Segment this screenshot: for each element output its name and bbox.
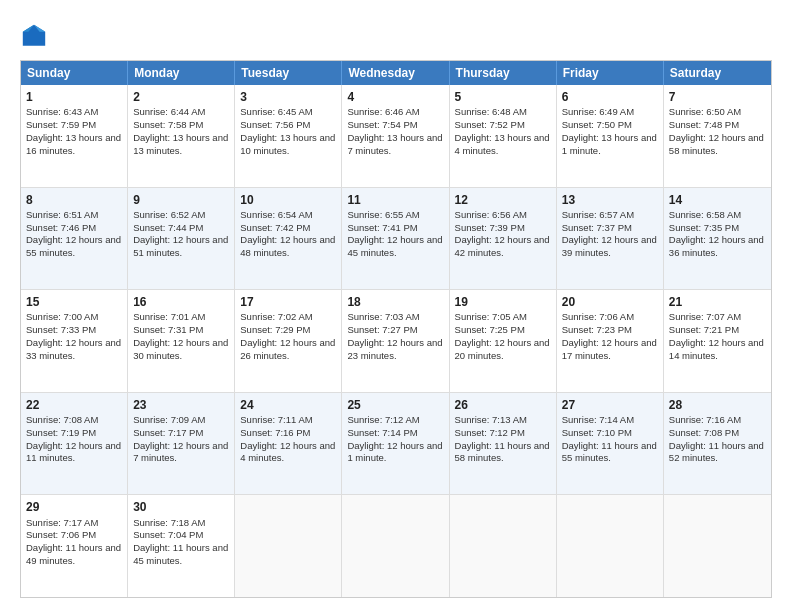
day-number: 5 <box>455 89 551 105</box>
day-cell-26: 26Sunrise: 7:13 AMSunset: 7:12 PMDayligh… <box>450 393 557 495</box>
day-number: 10 <box>240 192 336 208</box>
sunset: Sunset: 7:06 PM <box>26 529 96 540</box>
daylight: Daylight: 12 hours and 14 minutes. <box>669 337 764 361</box>
day-cell-19: 19Sunrise: 7:05 AMSunset: 7:25 PMDayligh… <box>450 290 557 392</box>
day-number: 3 <box>240 89 336 105</box>
daylight: Daylight: 12 hours and 55 minutes. <box>26 234 121 258</box>
sunset: Sunset: 7:23 PM <box>562 324 632 335</box>
sunrise: Sunrise: 6:57 AM <box>562 209 634 220</box>
sunrise: Sunrise: 7:06 AM <box>562 311 634 322</box>
day-cell-20: 20Sunrise: 7:06 AMSunset: 7:23 PMDayligh… <box>557 290 664 392</box>
sunset: Sunset: 7:46 PM <box>26 222 96 233</box>
sunrise: Sunrise: 6:56 AM <box>455 209 527 220</box>
daylight: Daylight: 13 hours and 7 minutes. <box>347 132 442 156</box>
daylight: Daylight: 12 hours and 26 minutes. <box>240 337 335 361</box>
calendar-week-2: 8Sunrise: 6:51 AMSunset: 7:46 PMDaylight… <box>21 187 771 290</box>
day-number: 7 <box>669 89 766 105</box>
day-number: 8 <box>26 192 122 208</box>
daylight: Daylight: 11 hours and 45 minutes. <box>133 542 228 566</box>
sunrise: Sunrise: 7:03 AM <box>347 311 419 322</box>
day-cell-17: 17Sunrise: 7:02 AMSunset: 7:29 PMDayligh… <box>235 290 342 392</box>
day-cell-1: 1Sunrise: 6:43 AMSunset: 7:59 PMDaylight… <box>21 85 128 187</box>
day-number: 26 <box>455 397 551 413</box>
day-number: 17 <box>240 294 336 310</box>
day-cell-21: 21Sunrise: 7:07 AMSunset: 7:21 PMDayligh… <box>664 290 771 392</box>
sunset: Sunset: 7:37 PM <box>562 222 632 233</box>
empty-cell <box>342 495 449 597</box>
logo <box>20 22 52 50</box>
calendar: SundayMondayTuesdayWednesdayThursdayFrid… <box>20 60 772 598</box>
sunrise: Sunrise: 6:43 AM <box>26 106 98 117</box>
daylight: Daylight: 11 hours and 49 minutes. <box>26 542 121 566</box>
day-number: 18 <box>347 294 443 310</box>
day-cell-12: 12Sunrise: 6:56 AMSunset: 7:39 PMDayligh… <box>450 188 557 290</box>
day-number: 16 <box>133 294 229 310</box>
daylight: Daylight: 12 hours and 36 minutes. <box>669 234 764 258</box>
day-number: 4 <box>347 89 443 105</box>
day-number: 25 <box>347 397 443 413</box>
day-cell-29: 29Sunrise: 7:17 AMSunset: 7:06 PMDayligh… <box>21 495 128 597</box>
sunset: Sunset: 7:39 PM <box>455 222 525 233</box>
sunset: Sunset: 7:27 PM <box>347 324 417 335</box>
sunrise: Sunrise: 7:02 AM <box>240 311 312 322</box>
daylight: Daylight: 12 hours and 39 minutes. <box>562 234 657 258</box>
day-number: 15 <box>26 294 122 310</box>
sunrise: Sunrise: 7:18 AM <box>133 517 205 528</box>
sunset: Sunset: 7:33 PM <box>26 324 96 335</box>
daylight: Daylight: 12 hours and 17 minutes. <box>562 337 657 361</box>
sunrise: Sunrise: 6:55 AM <box>347 209 419 220</box>
daylight: Daylight: 12 hours and 33 minutes. <box>26 337 121 361</box>
day-cell-14: 14Sunrise: 6:58 AMSunset: 7:35 PMDayligh… <box>664 188 771 290</box>
day-cell-13: 13Sunrise: 6:57 AMSunset: 7:37 PMDayligh… <box>557 188 664 290</box>
day-cell-9: 9Sunrise: 6:52 AMSunset: 7:44 PMDaylight… <box>128 188 235 290</box>
sunrise: Sunrise: 6:45 AM <box>240 106 312 117</box>
sunrise: Sunrise: 7:09 AM <box>133 414 205 425</box>
sunset: Sunset: 7:56 PM <box>240 119 310 130</box>
day-cell-3: 3Sunrise: 6:45 AMSunset: 7:56 PMDaylight… <box>235 85 342 187</box>
calendar-week-3: 15Sunrise: 7:00 AMSunset: 7:33 PMDayligh… <box>21 289 771 392</box>
day-number: 6 <box>562 89 658 105</box>
day-cell-22: 22Sunrise: 7:08 AMSunset: 7:19 PMDayligh… <box>21 393 128 495</box>
day-cell-15: 15Sunrise: 7:00 AMSunset: 7:33 PMDayligh… <box>21 290 128 392</box>
day-cell-8: 8Sunrise: 6:51 AMSunset: 7:46 PMDaylight… <box>21 188 128 290</box>
sunset: Sunset: 7:52 PM <box>455 119 525 130</box>
day-number: 11 <box>347 192 443 208</box>
sunset: Sunset: 7:19 PM <box>26 427 96 438</box>
sunset: Sunset: 7:21 PM <box>669 324 739 335</box>
daylight: Daylight: 12 hours and 30 minutes. <box>133 337 228 361</box>
daylight: Daylight: 12 hours and 11 minutes. <box>26 440 121 464</box>
sunrise: Sunrise: 7:01 AM <box>133 311 205 322</box>
calendar-header: SundayMondayTuesdayWednesdayThursdayFrid… <box>21 61 771 85</box>
day-number: 13 <box>562 192 658 208</box>
day-cell-5: 5Sunrise: 6:48 AMSunset: 7:52 PMDaylight… <box>450 85 557 187</box>
daylight: Daylight: 12 hours and 42 minutes. <box>455 234 550 258</box>
header-day-sunday: Sunday <box>21 61 128 85</box>
calendar-week-1: 1Sunrise: 6:43 AMSunset: 7:59 PMDaylight… <box>21 85 771 187</box>
sunrise: Sunrise: 6:54 AM <box>240 209 312 220</box>
day-cell-16: 16Sunrise: 7:01 AMSunset: 7:31 PMDayligh… <box>128 290 235 392</box>
sunrise: Sunrise: 6:58 AM <box>669 209 741 220</box>
empty-cell <box>235 495 342 597</box>
daylight: Daylight: 13 hours and 10 minutes. <box>240 132 335 156</box>
day-cell-28: 28Sunrise: 7:16 AMSunset: 7:08 PMDayligh… <box>664 393 771 495</box>
sunset: Sunset: 7:59 PM <box>26 119 96 130</box>
sunrise: Sunrise: 7:05 AM <box>455 311 527 322</box>
header-day-thursday: Thursday <box>450 61 557 85</box>
sunrise: Sunrise: 6:50 AM <box>669 106 741 117</box>
sunset: Sunset: 7:14 PM <box>347 427 417 438</box>
daylight: Daylight: 12 hours and 4 minutes. <box>240 440 335 464</box>
daylight: Daylight: 13 hours and 13 minutes. <box>133 132 228 156</box>
sunrise: Sunrise: 7:08 AM <box>26 414 98 425</box>
sunrise: Sunrise: 7:13 AM <box>455 414 527 425</box>
sunset: Sunset: 7:29 PM <box>240 324 310 335</box>
sunset: Sunset: 7:50 PM <box>562 119 632 130</box>
day-number: 30 <box>133 499 229 515</box>
day-number: 22 <box>26 397 122 413</box>
sunrise: Sunrise: 7:12 AM <box>347 414 419 425</box>
day-cell-6: 6Sunrise: 6:49 AMSunset: 7:50 PMDaylight… <box>557 85 664 187</box>
day-cell-4: 4Sunrise: 6:46 AMSunset: 7:54 PMDaylight… <box>342 85 449 187</box>
logo-icon <box>20 22 48 50</box>
calendar-week-4: 22Sunrise: 7:08 AMSunset: 7:19 PMDayligh… <box>21 392 771 495</box>
daylight: Daylight: 11 hours and 58 minutes. <box>455 440 550 464</box>
sunset: Sunset: 7:17 PM <box>133 427 203 438</box>
